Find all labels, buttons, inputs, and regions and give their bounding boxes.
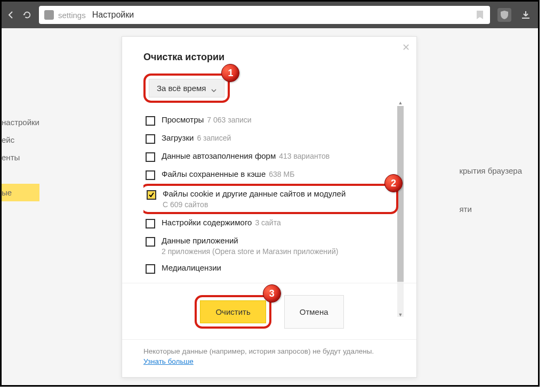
sidebar-left: настройки ейс енты ые [2, 113, 39, 201]
bookmark-icon[interactable] [476, 10, 485, 20]
sidebar-item[interactable]: ейс [2, 131, 39, 149]
step-badge-2: 2 [384, 174, 403, 192]
download-icon[interactable] [519, 8, 533, 22]
clear-button[interactable]: Очистить [200, 300, 266, 323]
option-row[interactable]: Загрузки6 записей [143, 129, 406, 148]
checkbox[interactable] [146, 219, 155, 228]
sidebar-item[interactable]: настройки [2, 113, 39, 131]
frame: settings Настройки настройки ейс енты ые… [0, 0, 540, 387]
address-bar[interactable]: settings Настройки [39, 6, 490, 24]
option-sub: 6 записей [197, 134, 231, 142]
footer-text: Некоторые данные (например, история запр… [143, 347, 395, 355]
option-row[interactable]: Данные автозаполнения форм413 вариантов [143, 148, 406, 166]
browser-toolbar: settings Настройки [2, 2, 538, 28]
option-label: Медиалицензии [162, 263, 221, 272]
close-icon[interactable]: ✕ [400, 42, 411, 53]
checkbox[interactable] [146, 237, 155, 247]
option-label: Данные приложений [162, 236, 338, 245]
highlight-2: Файлы cookie и другие данные сайтов и мо… [143, 184, 398, 214]
back-icon[interactable] [7, 11, 15, 19]
address-keyword: settings [58, 11, 86, 20]
bg-text: крытия браузера [459, 161, 522, 181]
bg-text: яти [459, 200, 522, 219]
site-icon [44, 10, 54, 20]
dialog-buttons: Очистить 3 Отмена [122, 283, 416, 339]
option-row[interactable]: Данные приложений 2 приложения (Opera st… [143, 232, 406, 259]
step-badge-1: 1 [221, 64, 239, 82]
option-sub: 413 вариантов [279, 152, 330, 160]
option-sub: С 609 сайтов [163, 200, 346, 209]
option-row[interactable]: Настройки содержимого3 сайта [143, 214, 406, 232]
highlight-3: Очистить 3 [195, 295, 271, 329]
option-sub: 2 приложения (Opera store и Магазин прил… [162, 247, 338, 256]
option-row[interactable]: Просмотры7 063 записи [143, 111, 406, 129]
checkbox[interactable] [146, 134, 155, 144]
dialog-title: Очистка истории [122, 37, 416, 68]
option-sub: 3 сайта [255, 218, 280, 227]
sidebar-item-active[interactable]: ые [2, 184, 39, 201]
option-label: Данные автозаполнения форм [162, 151, 276, 160]
options-list: Просмотры7 063 записи Загрузки6 записей … [143, 111, 406, 277]
highlight-1: За всё время 1 [143, 74, 230, 103]
checkbox[interactable] [146, 264, 155, 274]
option-sub: 638 МБ [269, 170, 294, 178]
sidebar-item[interactable]: енты [2, 149, 39, 166]
checkbox[interactable] [146, 116, 155, 126]
step-badge-3: 3 [263, 284, 281, 303]
reload-icon[interactable] [23, 11, 31, 19]
clear-history-dialog: ✕ Очистка истории За всё время 1 ▲ ▼ Про… [122, 36, 417, 378]
scroll-up-icon[interactable]: ▲ [397, 100, 404, 106]
checkbox-checked[interactable] [147, 190, 156, 200]
shield-icon[interactable] [497, 8, 511, 22]
option-row[interactable]: Файлы сохраненные в кэше638 МБ [143, 166, 406, 184]
option-label: Настройки содержимого [162, 218, 252, 227]
option-row-cookies[interactable]: Файлы cookie и другие данные сайтов и мо… [147, 188, 394, 210]
option-sub: 7 063 записи [207, 116, 251, 124]
time-range-select[interactable]: За всё время [149, 79, 224, 97]
dialog-footer: Некоторые данные (например, история запр… [122, 339, 416, 377]
chevron-down-icon [211, 86, 216, 91]
cancel-button[interactable]: Отмена [284, 295, 344, 329]
address-page: Настройки [92, 10, 134, 20]
option-row[interactable]: Медиалицензии [143, 259, 406, 277]
time-range-label: За всё время [157, 84, 206, 93]
sidebar-item [2, 166, 39, 184]
checkbox[interactable] [146, 152, 155, 162]
checkbox[interactable] [146, 170, 155, 180]
option-label: Просмотры [162, 115, 204, 124]
sidebar-right: крытия браузера яти [459, 161, 522, 219]
option-label: Файлы cookie и другие данные сайтов и мо… [163, 189, 346, 198]
option-label: Загрузки [162, 133, 194, 142]
option-label: Файлы сохраненные в кэше [162, 169, 266, 178]
learn-more-link[interactable]: Узнать больше [143, 357, 194, 365]
